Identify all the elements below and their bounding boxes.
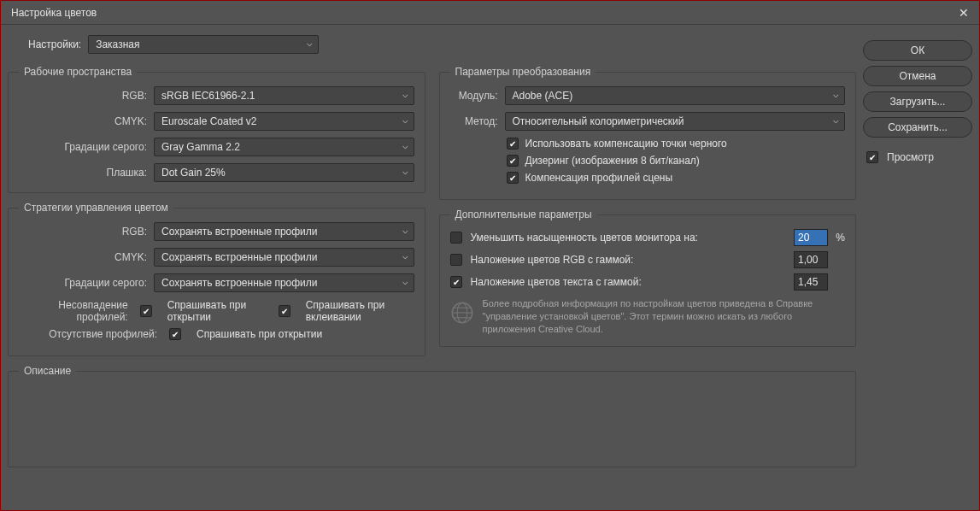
- cancel-button[interactable]: Отмена: [863, 66, 972, 86]
- settings-value: Заказная: [96, 38, 139, 50]
- preview-label: Просмотр: [887, 151, 934, 163]
- cmyk-dropdown[interactable]: Euroscale Coated v2: [154, 112, 414, 131]
- close-button[interactable]: ✕: [955, 4, 972, 21]
- engine-dropdown[interactable]: Adobe (ACE): [505, 86, 846, 105]
- color-settings-dialog: Настройка цветов ✕ Настройки: Заказная Р…: [0, 0, 980, 511]
- left-column: Рабочие пространства RGB: sRGB IEC61966-…: [8, 66, 425, 356]
- scene-checkbox[interactable]: [507, 172, 519, 184]
- description-fieldset: Описание: [8, 365, 856, 467]
- columns: Рабочие пространства RGB: sRGB IEC61966-…: [8, 66, 856, 356]
- spot-value: Dot Gain 25%: [161, 167, 226, 179]
- rgb-gamma-label: Наложение цветов RGB с гаммой:: [471, 254, 634, 266]
- intent-value: Относительный колориметрический: [513, 115, 684, 127]
- load-button[interactable]: Загрузить...: [863, 91, 972, 112]
- cmyk-label: CMYK:: [19, 115, 147, 127]
- spot-label: Плашка:: [19, 167, 147, 179]
- missing-label: Отсутствие профилей:: [19, 328, 157, 340]
- bpc-label: Использовать компенсацию точки черного: [525, 138, 727, 150]
- ask-open2-label: Спрашивать при открытии: [197, 328, 322, 340]
- desat-suffix: %: [836, 232, 845, 244]
- text-gamma-checkbox[interactable]: [450, 276, 462, 288]
- policies-fieldset: Стратегии управления цветом RGB: Сохраня…: [8, 202, 425, 356]
- ask-open-label: Спрашивать при открытии: [167, 299, 267, 323]
- policy-rgb-label: RGB:: [19, 226, 147, 238]
- main-area: Настройки: Заказная Рабочие пространства…: [8, 35, 856, 503]
- text-gamma-label: Наложение цветов текста с гаммой:: [471, 276, 642, 288]
- ask-open2-checkbox[interactable]: [169, 328, 181, 340]
- dither-checkbox[interactable]: [507, 155, 519, 167]
- globe-icon: [450, 301, 474, 325]
- titlebar: Настройка цветов ✕: [1, 1, 979, 25]
- description-legend: Описание: [19, 365, 76, 377]
- gray-label: Градации серого:: [19, 141, 147, 153]
- conversion-legend: Параметры преобразования: [450, 66, 596, 78]
- dialog-title: Настройка цветов: [11, 7, 97, 19]
- gray-value: Gray Gamma 2.2: [161, 141, 240, 153]
- policy-rgb-value: Сохранять встроенные профили: [161, 226, 318, 238]
- settings-label: Настройки:: [28, 38, 81, 50]
- rgb-value: sRGB IEC61966-2.1: [161, 90, 255, 102]
- ok-button[interactable]: ОК: [863, 40, 972, 61]
- ask-paste-label: Спрашивать при вклеивании: [306, 299, 414, 323]
- policy-gray-value: Сохранять встроенные профили: [161, 277, 318, 289]
- close-icon: ✕: [959, 6, 969, 20]
- intent-dropdown[interactable]: Относительный колориметрический: [505, 112, 846, 131]
- settings-dropdown[interactable]: Заказная: [88, 35, 319, 54]
- engine-value: Adobe (ACE): [513, 90, 573, 102]
- rgb-gamma-input[interactable]: [794, 251, 828, 268]
- ask-open-checkbox[interactable]: [140, 305, 152, 317]
- engine-label: Модуль:: [450, 90, 498, 102]
- desat-label: Уменьшить насыщенность цветов монитора н…: [471, 232, 698, 244]
- policy-gray-dropdown[interactable]: Сохранять встроенные профили: [154, 273, 414, 292]
- policy-cmyk-dropdown[interactable]: Сохранять встроенные профили: [154, 248, 414, 267]
- workspaces-legend: Рабочие пространства: [19, 66, 137, 78]
- advanced-fieldset: Дополнительные параметры Уменьшить насыщ…: [439, 209, 857, 347]
- right-column: Параметры преобразования Модуль: Adobe (…: [439, 66, 857, 356]
- save-button[interactable]: Сохранить...: [863, 117, 972, 138]
- settings-row: Настройки: Заказная: [28, 35, 856, 54]
- preview-checkbox[interactable]: [866, 151, 878, 163]
- right-panel: ОК Отмена Загрузить... Сохранить... Прос…: [863, 35, 972, 503]
- content: Настройки: Заказная Рабочие пространства…: [1, 25, 979, 510]
- advanced-note: Более подробная информация по настройкам…: [483, 297, 846, 336]
- policy-rgb-dropdown[interactable]: Сохранять встроенные профили: [154, 222, 414, 241]
- spot-dropdown[interactable]: Dot Gain 25%: [154, 163, 414, 182]
- workspaces-fieldset: Рабочие пространства RGB: sRGB IEC61966-…: [8, 66, 425, 193]
- dither-label: Дизеринг (изображения 8 бит/канал): [525, 155, 700, 167]
- desat-input[interactable]: [794, 229, 828, 246]
- text-gamma-input[interactable]: [794, 273, 828, 291]
- policy-gray-label: Градации серого:: [19, 277, 147, 289]
- cmyk-value: Euroscale Coated v2: [161, 115, 256, 127]
- advanced-legend: Дополнительные параметры: [450, 209, 597, 220]
- scene-label: Компенсация профилей сцены: [525, 172, 673, 184]
- intent-label: Метод:: [450, 115, 498, 127]
- bpc-checkbox[interactable]: [507, 138, 519, 150]
- rgb-gamma-checkbox[interactable]: [450, 254, 462, 266]
- conversion-fieldset: Параметры преобразования Модуль: Adobe (…: [439, 66, 857, 200]
- rgb-dropdown[interactable]: sRGB IEC61966-2.1: [154, 86, 414, 105]
- policies-legend: Стратегии управления цветом: [19, 202, 173, 214]
- ask-paste-checkbox[interactable]: [279, 305, 290, 317]
- gray-dropdown[interactable]: Gray Gamma 2.2: [154, 138, 414, 156]
- desat-checkbox[interactable]: [450, 232, 462, 244]
- mismatch-label: Несовпадение профилей:: [19, 299, 128, 323]
- policy-cmyk-value: Сохранять встроенные профили: [161, 251, 318, 263]
- rgb-label: RGB:: [19, 90, 147, 102]
- policy-cmyk-label: CMYK:: [19, 251, 147, 263]
